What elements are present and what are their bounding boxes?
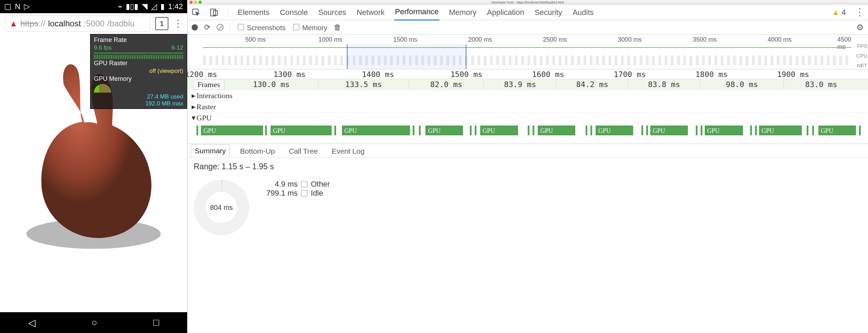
gpu-sliver[interactable] [646,126,648,135]
clock-time: 1:42 [168,2,183,11]
gpu-sliver[interactable] [533,126,534,135]
flamechart-tick: 1600 ms [532,70,564,79]
gpu-sliver[interactable] [334,126,336,135]
overview-tick: 3000 ms [618,36,642,43]
overview-label-fps: FPS [857,43,867,49]
gpu-block[interactable]: GPU [596,126,633,135]
image-icon: ▢ [4,2,11,11]
flamechart-pane[interactable]: 1200 ms1300 ms1400 ms1500 ms1600 ms1700 … [187,69,868,144]
gpu-block[interactable]: GPU [271,126,332,135]
gpu-block[interactable]: GPU [759,126,802,135]
frame-cell[interactable]: 83.0 ms [783,79,858,90]
tab-network[interactable]: Network [356,5,385,20]
gpu-track[interactable]: GPUGPUGPUGPUGPUGPUGPUGPUGPUGPUGPU [187,125,868,136]
tab-elements[interactable]: Elements [237,5,270,20]
frame-cell[interactable]: 83.9 ms [483,79,556,90]
gpu-sliver[interactable] [807,126,808,135]
fps-value: 9.6 fps [94,44,112,51]
dtab-event-log[interactable]: Event Log [328,145,368,157]
frame-cell[interactable]: 82.0 ms [409,79,483,90]
warnings-badge[interactable]: ▲4 [832,8,846,17]
trash-icon[interactable]: 🗑 [334,23,341,32]
tab-memory[interactable]: Memory [448,5,477,20]
chrome-menu-button[interactable]: ⋮ [173,22,182,25]
fps-overlay: Frame Rate 9.6 fps6-12 GPU Raster off (v… [90,34,187,109]
tab-security[interactable]: Security [534,5,563,20]
wifi-icon: ◥ [142,2,148,11]
section-interactions[interactable]: ▸Interactions [187,90,868,101]
dtab-bottom-up[interactable]: Bottom-Up [237,145,278,157]
back-button[interactable]: ◁ [28,317,36,328]
gpu-block[interactable]: GPU [650,126,688,135]
gpu-sliver[interactable] [859,126,861,135]
gpu-sliver[interactable] [265,126,267,135]
gpu-sliver[interactable] [812,126,814,135]
tab-audits[interactable]: Audits [572,5,594,20]
gpu-block[interactable]: GPU [705,126,743,135]
details-pane: Summary Bottom-Up Call Tree Event Log Ra… [187,144,868,333]
gpu-sliver[interactable] [641,126,643,135]
window-titlebar: Developer Tools - https://localhost:5000… [187,0,868,5]
gpu-sliver[interactable] [475,126,476,135]
gpu-sliver[interactable] [755,126,757,135]
warning-icon: ▲ [832,8,840,17]
gpu-sliver[interactable] [470,126,472,135]
frame-cell[interactable]: 98.0 ms [700,79,784,90]
gpu-sliver[interactable] [528,126,529,135]
gpu-block[interactable]: GPU [818,126,856,135]
record-button[interactable] [192,24,198,31]
overview-pane[interactable]: 500 ms1000 ms1500 ms2000 ms2500 ms3000 m… [187,35,868,69]
gpu-sliver[interactable] [586,126,587,135]
memory-checkbox[interactable]: Memory [292,23,327,32]
tab-application[interactable]: Application [486,5,525,20]
tab-count-button[interactable]: 1 [155,17,168,30]
legend-swatch-idle [301,190,307,196]
dtab-summary[interactable]: Summary [191,144,230,157]
dtab-call-tree[interactable]: Call Tree [285,145,321,157]
gpu-raster-value: off (viewport) [149,68,183,75]
frame-cell[interactable]: 83.8 ms [628,79,700,90]
gpu-raster-label: GPU Raster [90,59,187,68]
clear-button[interactable] [217,24,223,31]
gpu-block[interactable]: GPU [480,126,518,135]
gpu-block[interactable]: GPU [426,126,463,135]
gpu-mem-max: 192.0 MB max [145,100,183,107]
reload-record-button[interactable]: ⟳ [204,23,210,32]
section-raster[interactable]: ▸Raster [187,101,868,112]
frame-cell[interactable]: 133.5 ms [318,79,409,90]
frames-row[interactable]: Frames 130.0 ms133.5 ms82.0 ms83.9 ms84.… [187,79,868,90]
section-gpu[interactable]: ▾GPU [187,112,868,123]
android-status-bar: ▢ N ▷ ⌁ ▮▯▮ ◥ ◿ ▮ 1:42 [0,0,187,13]
devtools-menu[interactable]: ⋮ [855,11,864,14]
overview-tick: 2000 ms [468,36,492,43]
gpu-sliver[interactable] [750,126,752,135]
gpu-sliver[interactable] [590,126,592,135]
gpu-block[interactable]: GPU [538,126,575,135]
frame-cell[interactable]: 84.2 ms [556,79,628,90]
screenshots-checkbox[interactable]: Screenshots [236,23,286,32]
gpu-sliver[interactable] [196,126,198,135]
settings-icon[interactable]: ⚙ [856,23,864,32]
summary-donut: 804 ms [194,180,249,235]
overview-tick: 1000 ms [318,36,342,43]
gpu-block[interactable]: GPU [201,126,263,135]
tab-console[interactable]: Console [279,5,309,20]
window-controls[interactable] [190,1,202,4]
gpu-sliver[interactable] [413,126,414,135]
gpu-sliver[interactable] [701,126,702,135]
phone-screen: ▢ N ▷ ⌁ ▮▯▮ ◥ ◿ ▮ 1:42 ▲ https://localho… [0,0,187,333]
url-field[interactable]: ▲ https://localhost:5000/badblu [5,16,150,32]
inspect-icon[interactable] [192,8,201,17]
overview-button[interactable]: □ [153,317,159,328]
gpu-block[interactable]: GPU [342,126,410,135]
home-button[interactable]: ○ [91,317,97,328]
overview-selection[interactable] [347,44,466,69]
gpu-sliver[interactable] [419,126,421,135]
tab-sources[interactable]: Sources [317,5,347,20]
frame-cell[interactable]: 130.0 ms [224,79,318,90]
gpu-sliver[interactable] [696,126,698,135]
device-toggle-icon[interactable] [210,8,219,17]
tab-performance[interactable]: Performance [394,4,439,20]
flamechart-tick: 1700 ms [614,70,646,79]
bluetooth-icon: ⌁ [118,2,122,11]
